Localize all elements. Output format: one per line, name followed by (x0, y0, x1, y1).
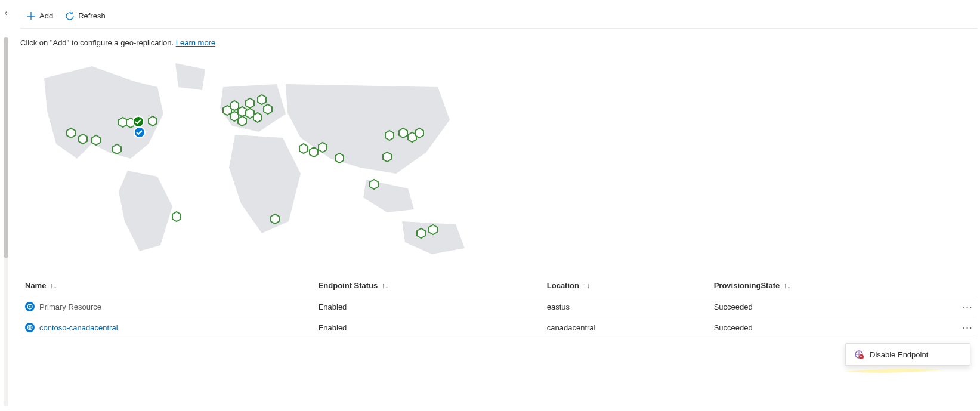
add-button[interactable]: Add (20, 8, 59, 24)
svg-marker-11 (238, 107, 246, 116)
svg-marker-28 (271, 214, 279, 224)
svg-marker-30 (429, 225, 437, 234)
globe-disable-icon (854, 350, 864, 359)
svg-marker-4 (119, 118, 127, 127)
svg-marker-2 (92, 135, 100, 145)
learn-more-link[interactable]: Learn more (176, 38, 215, 47)
col-name[interactable]: Name↑↓ (20, 275, 314, 296)
refresh-label: Refresh (78, 11, 106, 20)
toolbar: Add Refresh (20, 0, 978, 29)
svg-marker-9 (230, 101, 239, 110)
scrollbar[interactable] (4, 37, 8, 406)
svg-marker-6 (149, 116, 157, 126)
intro-message: Click on "Add" to configure a geo-replic… (20, 38, 176, 47)
content-pane: Add Refresh Click on "Add" to configure … (12, 0, 980, 411)
svg-marker-0 (67, 128, 75, 138)
refresh-icon (65, 11, 75, 21)
highlight-annotation (843, 366, 944, 375)
table-row[interactable]: Primary Resource Enabled eastus Succeede… (20, 296, 978, 317)
map-landmass (44, 63, 465, 254)
svg-marker-20 (319, 143, 327, 152)
svg-marker-3 (113, 144, 121, 154)
row-location: canadacentral (542, 317, 709, 338)
chevron-left-icon[interactable]: ‹ (5, 5, 8, 19)
disable-endpoint-button[interactable]: Disable Endpoint (846, 344, 970, 365)
sort-icon: ↑↓ (381, 282, 388, 290)
sort-icon: ↑↓ (583, 282, 590, 290)
resource-icon (25, 302, 35, 311)
map-pin-canadacentral[interactable] (133, 116, 144, 127)
col-endpoint-status[interactable]: Endpoint Status↑↓ (314, 275, 542, 296)
table-row[interactable]: contoso-canadacentral Enabled canadacent… (20, 317, 978, 338)
svg-marker-14 (246, 98, 254, 108)
col-location[interactable]: Location↑↓ (542, 275, 709, 296)
svg-marker-22 (383, 152, 391, 162)
sort-icon: ↑↓ (50, 282, 57, 290)
disable-endpoint-label: Disable Endpoint (870, 350, 928, 359)
svg-marker-16 (258, 95, 266, 104)
plus-icon (26, 11, 36, 21)
intro-text: Click on "Add" to configure a geo-replic… (20, 29, 978, 52)
svg-marker-29 (417, 228, 425, 238)
svg-marker-27 (370, 180, 378, 189)
svg-marker-18 (299, 144, 308, 153)
row-location: eastus (542, 296, 709, 317)
row-endpoint-status: Enabled (314, 317, 542, 338)
refresh-button[interactable]: Refresh (59, 8, 112, 24)
row-name: Primary Resource (39, 302, 101, 311)
replications-table: Name↑↓ Endpoint Status↑↓ Location↑↓ Prov… (20, 275, 978, 338)
world-map[interactable] (20, 54, 480, 269)
map-pin-eastus[interactable] (134, 127, 145, 138)
scrollbar-thumb[interactable] (4, 37, 8, 258)
svg-marker-17 (264, 104, 272, 114)
svg-marker-7 (172, 212, 181, 221)
svg-marker-13 (246, 109, 254, 118)
svg-marker-10 (230, 112, 239, 121)
svg-marker-1 (79, 134, 87, 144)
svg-marker-24 (399, 128, 407, 138)
svg-marker-23 (385, 131, 394, 140)
svg-marker-12 (238, 116, 246, 126)
left-rail: ‹ (0, 0, 12, 411)
svg-marker-19 (310, 147, 318, 157)
row-name-link[interactable]: contoso-canadacentral (39, 323, 118, 332)
page-root: ‹ Add Refresh Click on "Add" to configur… (0, 0, 980, 411)
row-provisioning-state: Succeeded (709, 296, 956, 317)
svg-marker-26 (415, 128, 423, 138)
svg-point-34 (29, 306, 31, 308)
col-provisioning-state[interactable]: ProvisioningState↑↓ (709, 275, 956, 296)
svg-marker-21 (335, 153, 344, 163)
row-endpoint-status: Enabled (314, 296, 542, 317)
globe-icon (25, 323, 35, 332)
context-menu: Disable Endpoint (845, 343, 970, 366)
row-provisioning-state: Succeeded (709, 317, 956, 338)
row-actions-button[interactable]: ··· (963, 323, 973, 332)
sort-icon: ↑↓ (783, 282, 790, 290)
add-label: Add (39, 11, 53, 20)
row-actions-button[interactable]: ··· (963, 302, 973, 311)
svg-marker-15 (253, 113, 262, 122)
